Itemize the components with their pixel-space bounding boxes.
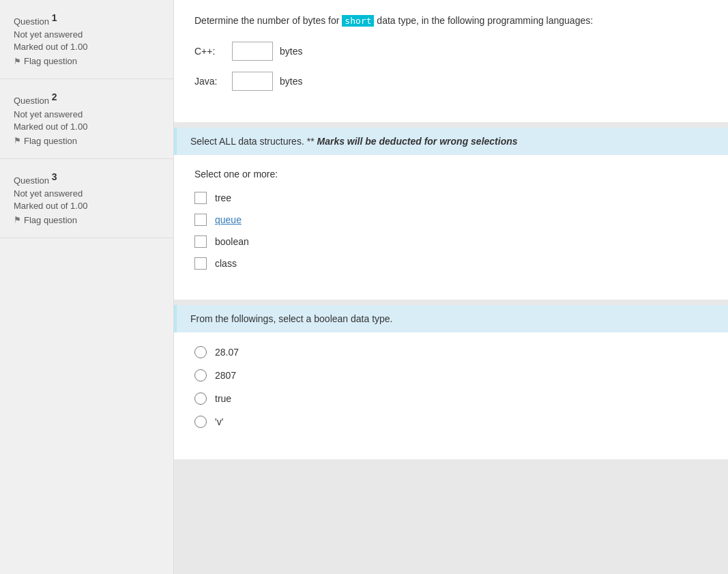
sidebar-q2-marks: Marked out of 1.00	[14, 121, 160, 132]
flag-icon-1: ⚑	[14, 57, 21, 66]
cpp-input-row: C++: bytes	[194, 42, 708, 61]
checkbox-queue[interactable]	[194, 214, 207, 226]
q3-header: From the followings, select a boolean da…	[174, 305, 728, 332]
checkbox-label-boolean[interactable]: boolean	[215, 236, 249, 247]
sidebar-question-2: Question 2 Not yet answered Marked out o…	[0, 79, 173, 158]
checkbox-label-tree[interactable]: tree	[215, 192, 231, 203]
q2-header-text: Select ALL data structures. ** Marks wil…	[190, 136, 518, 147]
java-unit: bytes	[280, 76, 302, 87]
question-2-block: Select ALL data structures. ** Marks wil…	[174, 128, 728, 300]
cpp-label: C++:	[194, 46, 225, 57]
checkbox-label-queue[interactable]: queue	[215, 214, 242, 225]
checkbox-row-boolean: boolean	[194, 235, 708, 248]
q3-header-text: From the followings, select a boolean da…	[190, 313, 393, 324]
checkbox-label-class[interactable]: class	[215, 258, 237, 269]
radio-row-v: 'v'	[194, 416, 708, 428]
flag-question-3-btn[interactable]: ⚑ Flag question	[14, 215, 160, 225]
sidebar-q1-label: Question 1	[14, 12, 160, 27]
question-2-body: Select one or more: tree queue boolean c…	[174, 155, 728, 300]
q2-header: Select ALL data structures. ** Marks wil…	[174, 128, 728, 155]
flag-question-2-btn[interactable]: ⚑ Flag question	[14, 136, 160, 146]
q2-instruction: Select one or more:	[194, 169, 708, 180]
checkbox-tree[interactable]	[194, 192, 207, 204]
sidebar-q1-status: Not yet answered	[14, 29, 160, 40]
sidebar-q2-status: Not yet answered	[14, 109, 160, 119]
checkbox-row-tree: tree	[194, 192, 708, 204]
radio-28.07[interactable]	[194, 346, 207, 358]
java-bytes-input[interactable]	[232, 72, 273, 91]
sidebar-question-1: Question 1 Not yet answered Marked out o…	[0, 0, 173, 79]
checkbox-row-queue: queue	[194, 214, 708, 226]
cpp-bytes-input[interactable]	[232, 42, 273, 61]
radio-row-2807int: 2807	[194, 369, 708, 382]
q1-text: Determine the number of bytes for short …	[194, 14, 708, 28]
radio-label-2807[interactable]: 2807	[215, 370, 236, 381]
radio-v[interactable]	[194, 416, 207, 428]
sidebar-q3-marks: Marked out of 1.00	[14, 201, 160, 211]
question-1-body: Determine the number of bytes for short …	[174, 0, 728, 122]
sidebar-question-3: Question 3 Not yet answered Marked out o…	[0, 159, 173, 238]
java-input-row: Java: bytes	[194, 72, 708, 91]
radio-label-28.07[interactable]: 28.07	[215, 347, 239, 358]
checkbox-boolean[interactable]	[194, 235, 207, 248]
checkbox-row-class: class	[194, 257, 708, 270]
question-3-body: 28.07 2807 true 'v'	[174, 332, 728, 459]
radio-label-v[interactable]: 'v'	[215, 416, 223, 427]
flag-question-1-btn[interactable]: ⚑ Flag question	[14, 56, 160, 66]
flag-icon-3: ⚑	[14, 215, 21, 225]
sidebar-q1-marks: Marked out of 1.00	[14, 42, 160, 52]
checkbox-class[interactable]	[194, 257, 207, 270]
radio-row-true: true	[194, 392, 708, 405]
sidebar-q3-status: Not yet answered	[14, 188, 160, 199]
short-keyword: short	[342, 15, 374, 27]
flag-icon-2: ⚑	[14, 136, 21, 145]
sidebar-q3-label: Question 3	[14, 171, 160, 186]
cpp-unit: bytes	[280, 46, 302, 57]
radio-true[interactable]	[194, 392, 207, 405]
java-label: Java:	[194, 76, 225, 87]
radio-2807[interactable]	[194, 369, 207, 382]
question-1-block: Determine the number of bytes for short …	[174, 0, 728, 122]
sidebar: Question 1 Not yet answered Marked out o…	[0, 0, 174, 574]
sidebar-q2-label: Question 2	[14, 91, 160, 106]
question-3-block: From the followings, select a boolean da…	[174, 305, 728, 459]
main-content: Determine the number of bytes for short …	[174, 0, 728, 574]
radio-row-2807: 28.07	[194, 346, 708, 358]
radio-label-true[interactable]: true	[215, 393, 231, 404]
